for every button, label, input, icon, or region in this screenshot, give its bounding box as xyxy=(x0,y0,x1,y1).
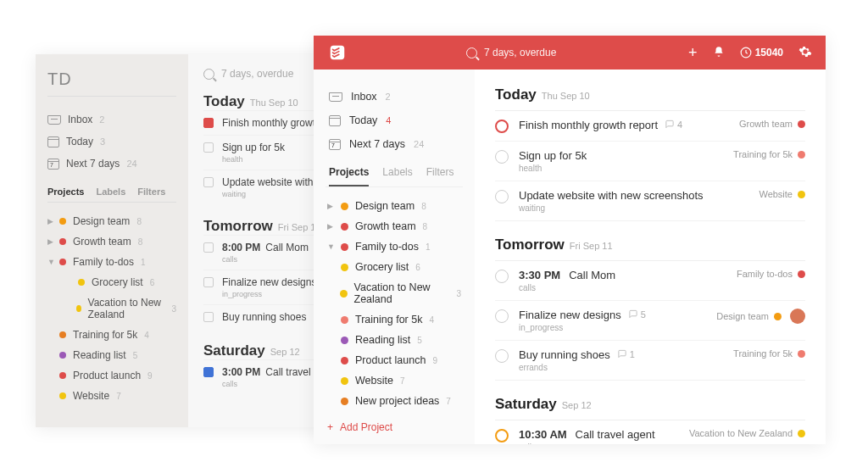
add-task-button[interactable]: + xyxy=(688,44,698,62)
task-row[interactable]: Update website with new screenshotswaiti… xyxy=(495,181,805,221)
project-item[interactable]: Reading list5 xyxy=(47,345,176,365)
tab-filters[interactable]: Filters xyxy=(137,186,165,197)
task-checkbox[interactable] xyxy=(203,142,214,153)
section-title: Today xyxy=(203,93,245,109)
nav-item-inbox[interactable]: Inbox2 xyxy=(47,109,176,131)
search-icon xyxy=(203,69,214,80)
sidebar: Inbox2Today47Next 7 days24 ProjectsLabel… xyxy=(314,70,475,444)
notifications-button[interactable] xyxy=(713,46,725,60)
task-checkbox[interactable] xyxy=(495,150,509,164)
project-item[interactable]: Grocery list6 xyxy=(47,272,176,292)
settings-button[interactable] xyxy=(798,45,812,61)
add-project-button[interactable]: + Add Project xyxy=(326,415,463,440)
task-checkbox[interactable] xyxy=(203,367,214,377)
app-logo[interactable] xyxy=(327,42,348,63)
comment-icon[interactable]: 4 xyxy=(665,120,682,130)
section-title: Saturday xyxy=(495,396,557,412)
project-item[interactable]: Vacation to New Zealand3 xyxy=(47,292,176,325)
project-tag[interactable]: Training for 5k xyxy=(733,149,793,159)
task-row[interactable]: Finish monthly growth report4Growth team xyxy=(495,111,805,142)
task-row[interactable]: 10:30 AMCall travel agentcallsVacation t… xyxy=(495,420,805,444)
assignee-avatar[interactable] xyxy=(790,309,805,324)
task-checkbox[interactable] xyxy=(495,270,509,283)
project-item[interactable]: Product launch9 xyxy=(326,350,463,370)
nav-item-inbox[interactable]: Inbox2 xyxy=(326,85,463,109)
app-header: 7 days, overdue + 15040 xyxy=(314,36,826,70)
bell-icon xyxy=(713,46,725,58)
project-item[interactable]: Product launch9 xyxy=(47,365,176,386)
project-tag[interactable]: Family to-dos xyxy=(737,269,793,279)
plus-icon: + xyxy=(327,421,333,433)
tab-filters[interactable]: Filters xyxy=(426,166,454,186)
section-title: Saturday xyxy=(203,342,265,359)
comment-icon[interactable]: 5 xyxy=(628,309,646,320)
project-item[interactable]: Vacation to New Zealand3 xyxy=(326,277,463,309)
project-item[interactable]: Training for 5k4 xyxy=(47,325,176,345)
project-item[interactable]: Training for 5k4 xyxy=(326,309,463,330)
task-checkbox[interactable] xyxy=(203,277,214,287)
task-checkbox[interactable] xyxy=(203,242,214,253)
task-checkbox[interactable] xyxy=(203,118,214,128)
tab-projects[interactable]: Projects xyxy=(47,186,84,197)
sidebar: TD Inbox2Today37Next 7 days24 ProjectsLa… xyxy=(36,54,188,427)
task-row[interactable]: 3:30 PMCall MomcallsFamily to-dos xyxy=(495,261,805,301)
task-row[interactable]: Sign up for 5khealthTraining for 5k xyxy=(495,142,805,181)
project-item[interactable]: ▶Growth team8 xyxy=(326,216,463,236)
section-title: Tomorrow xyxy=(203,218,273,234)
project-tag[interactable]: Training for 5k xyxy=(733,348,793,359)
todoist-window-new: 7 days, overdue + 15040 Inbox2Today47Nex… xyxy=(314,36,826,444)
nav-item-today[interactable]: Today4 xyxy=(326,109,463,132)
section-title: Tomorrow xyxy=(495,236,565,253)
task-row[interactable]: Buy running shoes1errandsTraining for 5k xyxy=(495,341,805,381)
karma-icon xyxy=(740,47,752,58)
search-input[interactable]: 7 days, overdue xyxy=(466,47,688,58)
project-item[interactable]: ▼Family to-dos1 xyxy=(326,236,463,257)
project-tag[interactable]: Website xyxy=(759,189,793,199)
app-logo: TD xyxy=(47,70,176,97)
task-row[interactable]: Finalize new designs5in_progressDesign t… xyxy=(495,301,805,341)
task-checkbox[interactable] xyxy=(495,349,509,363)
project-item[interactable]: Website7 xyxy=(47,386,176,406)
task-checkbox[interactable] xyxy=(203,312,214,322)
karma-button[interactable]: 15040 xyxy=(740,47,783,58)
project-tag[interactable]: Growth team xyxy=(739,119,793,129)
tab-projects[interactable]: Projects xyxy=(329,166,369,186)
task-list: TodayThu Sep 10Finish monthly growth rep… xyxy=(475,70,826,444)
project-tag[interactable]: Vacation to New Zealand xyxy=(689,428,793,438)
project-item[interactable]: ▼Family to-dos1 xyxy=(47,252,176,272)
project-item[interactable]: Reading list5 xyxy=(326,330,463,350)
gear-icon xyxy=(798,45,812,58)
search-icon xyxy=(466,47,477,58)
project-tag[interactable]: Design team xyxy=(716,311,769,321)
project-item[interactable]: ▶Growth team8 xyxy=(47,231,176,252)
task-checkbox[interactable] xyxy=(495,120,509,133)
comment-icon[interactable]: 1 xyxy=(617,349,635,359)
nav-item-next-7-days[interactable]: 7Next 7 days24 xyxy=(47,153,176,175)
project-item[interactable]: ▶Design team8 xyxy=(326,196,463,216)
nav-item-today[interactable]: Today3 xyxy=(47,131,176,153)
project-item[interactable]: New project ideas7 xyxy=(326,391,463,411)
task-checkbox[interactable] xyxy=(495,309,509,323)
task-checkbox[interactable] xyxy=(203,177,214,187)
task-checkbox[interactable] xyxy=(495,190,509,203)
project-item[interactable]: Website7 xyxy=(326,370,463,391)
project-item[interactable]: ▶Design team8 xyxy=(47,211,176,231)
task-checkbox[interactable] xyxy=(495,429,509,442)
project-item[interactable]: Grocery list6 xyxy=(326,257,463,277)
section-title: Today xyxy=(495,86,537,103)
tab-labels[interactable]: Labels xyxy=(382,166,412,186)
tab-labels[interactable]: Labels xyxy=(96,186,125,197)
nav-item-next-7-days[interactable]: 7Next 7 days24 xyxy=(326,132,463,156)
